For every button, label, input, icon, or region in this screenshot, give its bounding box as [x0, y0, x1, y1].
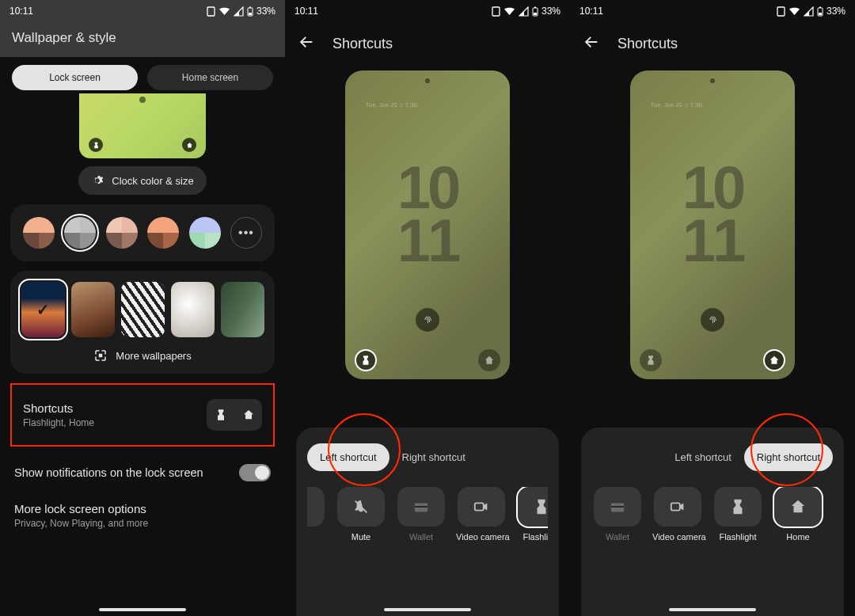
signal-icon: [804, 6, 814, 17]
back-button[interactable]: [298, 33, 315, 55]
clock-color-size-button[interactable]: Clock color & size: [78, 166, 206, 195]
nav-bar-handle[interactable]: [384, 608, 471, 611]
svg-rect-17: [611, 506, 625, 508]
wallpaper-thumb-1[interactable]: [21, 282, 65, 337]
fingerprint-icon: [701, 308, 724, 332]
left-shortcut-tab[interactable]: Left shortcut: [307, 443, 390, 471]
wallpaper-thumb-2[interactable]: [71, 282, 115, 337]
battery-icon: [532, 6, 538, 17]
svg-rect-10: [415, 506, 428, 508]
panel-shortcuts-right: 10:11 33% Shortcuts Tue, Jun 20 ♫ 1:30 1…: [570, 0, 855, 616]
right-shortcut-tab[interactable]: Right shortcut: [744, 443, 833, 471]
more-colors-button[interactable]: •••: [230, 217, 262, 249]
wallpaper-thumb-4[interactable]: [171, 282, 215, 337]
right-shortcut-tab[interactable]: Right shortcut: [390, 443, 478, 471]
header-title: Shortcuts: [618, 36, 678, 52]
lock-screen-preview-large: Tue, Jun 20 ♫ 1:30 1011: [630, 70, 795, 379]
back-button[interactable]: [583, 33, 600, 55]
preview-date-text: Tue, Jun 20 ♫ 1:30: [366, 102, 417, 108]
status-time: 10:11: [580, 6, 603, 17]
option-label: Wallet: [592, 532, 643, 542]
shortcuts-header: Shortcuts: [285, 22, 570, 63]
shortcut-option-video[interactable]: Video camera: [456, 487, 507, 542]
status-battery-pct: 33%: [256, 6, 276, 17]
preview-date-text: Tue, Jun 20 ♫ 1:30: [651, 102, 702, 108]
shortcut-picker-sheet: Left shortcut Right shortcut WalletVideo…: [581, 428, 844, 616]
color-palette-card: •••: [10, 204, 275, 261]
notifications-toggle[interactable]: [239, 464, 271, 481]
nav-bar-handle[interactable]: [669, 608, 756, 611]
shortcuts-header: Shortcuts: [570, 22, 855, 63]
shortcuts-row[interactable]: Shortcuts Flashlight, Home: [10, 383, 275, 447]
svg-rect-15: [819, 13, 822, 15]
rect-icon: [777, 6, 785, 17]
shortcut-options-row[interactable]: WalletVideo cameraFlashlightHomeQR: [592, 487, 833, 542]
option-label: Flashlight: [516, 532, 548, 542]
status-bar: 10:11 33%: [570, 0, 855, 22]
panel-wallpaper-style: 10:11 33% Wallpaper & style Lock screen …: [0, 0, 285, 616]
wallet-icon: [412, 498, 430, 515]
more-lock-title: More lock screen options: [14, 502, 271, 515]
color-swatch-4[interactable]: [147, 217, 179, 249]
shortcuts-subtitle: Flashlight, Home: [23, 417, 94, 428]
preview-clock: 1011: [682, 162, 743, 268]
shortcut-option-mute[interactable]: Mute: [336, 487, 386, 542]
shortcut-option-partial-left[interactable]: t…: [307, 487, 326, 542]
shortcut-option-wallet[interactable]: Wallet: [396, 487, 446, 542]
option-label: Video camera: [456, 532, 507, 542]
tab-lock-screen[interactable]: Lock screen: [12, 65, 138, 90]
svg-rect-14: [819, 6, 821, 8]
show-notifications-label: Show notifications on the lock screen: [14, 466, 203, 479]
more-wallpapers-button[interactable]: More wallpapers: [21, 348, 264, 363]
svg-rect-2: [249, 6, 251, 8]
rect-icon: [492, 6, 500, 17]
video-icon: [473, 498, 490, 515]
tab-home-screen[interactable]: Home screen: [147, 65, 273, 90]
more-lock-options-row[interactable]: More lock screen options Privacy, Now Pl…: [0, 481, 285, 529]
svg-rect-11: [475, 503, 484, 510]
svg-rect-3: [249, 13, 252, 15]
left-shortcut-tab[interactable]: Left shortcut: [662, 443, 744, 471]
wifi-icon: [788, 6, 800, 17]
option-label: Home: [773, 532, 823, 542]
color-swatch-2[interactable]: [64, 217, 96, 249]
shortcut-option-flashlight[interactable]: Flashlight: [516, 487, 548, 542]
shortcuts-icons-preview: [207, 399, 262, 431]
svg-rect-7: [534, 6, 536, 8]
show-notifications-row[interactable]: Show notifications on the lock screen: [0, 447, 285, 481]
svg-rect-0: [207, 7, 215, 16]
shortcut-option-home[interactable]: Home: [773, 487, 823, 542]
preview-right-shortcut: [763, 349, 785, 371]
option-label: Wallet: [396, 532, 446, 542]
clock-chip-label: Clock color & size: [112, 175, 193, 187]
battery-icon: [817, 6, 823, 17]
screen-tabs: Lock screen Home screen: [0, 65, 285, 90]
color-swatch-1[interactable]: [23, 217, 55, 249]
flashlight-icon: [729, 498, 747, 515]
rect-icon: [207, 6, 215, 17]
svg-rect-5: [492, 7, 500, 16]
color-swatch-5[interactable]: [189, 217, 221, 249]
flashlight-icon: [533, 498, 548, 515]
preview-left-shortcut: [355, 349, 377, 371]
mute-icon: [352, 498, 370, 515]
more-wallpapers-label: More wallpapers: [116, 350, 191, 362]
wallpaper-thumb-3[interactable]: [121, 282, 165, 337]
lock-screen-preview[interactable]: [79, 93, 206, 158]
color-swatch-3[interactable]: [106, 217, 138, 249]
svg-rect-8: [534, 13, 537, 15]
wallpaper-thumb-5[interactable]: [221, 282, 264, 337]
svg-rect-16: [611, 503, 625, 511]
panel-shortcuts-left: 10:11 33% Shortcuts Tue, Jun 20 ♫ 1:30 1…: [285, 0, 570, 616]
signal-icon: [519, 6, 529, 17]
header-title: Shortcuts: [332, 36, 393, 52]
shortcut-options-row[interactable]: t…MuteWalletVideo cameraFlashlight: [307, 487, 548, 542]
preview-shortcut-left-icon: [89, 138, 103, 152]
shortcut-picker-sheet: Left shortcut Right shortcut t…MuteWalle…: [296, 428, 559, 616]
wifi-icon: [504, 6, 515, 17]
more-lock-subtitle: Privacy, Now Playing, and more: [14, 518, 271, 529]
shortcut-option-flashlight[interactable]: Flashlight: [712, 487, 763, 542]
shortcut-option-video[interactable]: Video camera: [652, 487, 703, 542]
nav-bar-handle[interactable]: [99, 608, 186, 611]
shortcut-option-wallet[interactable]: Wallet: [592, 487, 643, 542]
